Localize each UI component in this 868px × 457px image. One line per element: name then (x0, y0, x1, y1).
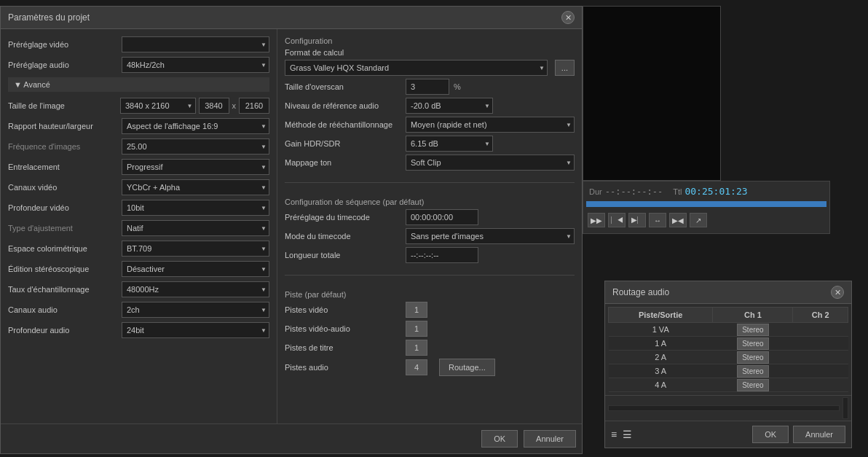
stereo-badge[interactable]: Stereo (737, 337, 768, 350)
format-dots-button[interactable]: ... (555, 60, 575, 76)
video-audio-tracks-input[interactable] (406, 321, 427, 337)
resampling-select-wrap[interactable]: Moyen (rapide et net) (406, 117, 575, 133)
timecode-preset-input[interactable] (406, 209, 478, 225)
video-channels-select[interactable]: YCbCr + Alpha (122, 179, 269, 195)
timecode-mode-select[interactable]: Sans perte d'images (406, 228, 575, 244)
audio-tracks-row: Pistes audio Routage... (285, 359, 575, 376)
video-tracks-input[interactable] (406, 302, 427, 318)
image-size-select[interactable]: 3840 x 2160 (120, 98, 196, 114)
audio-ref-select[interactable]: -20.0 dB (406, 98, 493, 114)
time-display: Dur --:--:--:-- Ttl 00:25:01:23 (586, 184, 826, 198)
insert-button[interactable]: ↔ (649, 213, 666, 227)
total-length-input[interactable] (406, 247, 478, 263)
audio-footer-left: ≡ ☰ (611, 429, 748, 440)
sample-rate-select[interactable]: 48000Hz (122, 281, 269, 297)
ch2-2a (793, 351, 848, 364)
mark-in-button[interactable]: ⎸◀ (608, 213, 626, 227)
video-preset-select-wrap[interactable] (122, 36, 269, 52)
audio-ok-button[interactable]: OK (752, 426, 789, 443)
audio-channels-select-wrap[interactable]: 2ch (122, 302, 269, 318)
audio-cancel-button[interactable]: Annuler (793, 426, 845, 443)
audio-scrollbar-v[interactable] (843, 397, 848, 419)
audio-depth-select[interactable]: 24bit (122, 322, 269, 338)
tone-select[interactable]: Soft Clip (406, 155, 575, 171)
audio-preset-select-wrap[interactable]: 48kHz/2ch (122, 57, 269, 73)
framerate-select-wrap[interactable]: 25.00 (122, 138, 269, 155)
transport-buttons: ▶▶ ⎸◀ ▶⎸ ↔ ▶◀ ↗ (586, 210, 826, 230)
hdr-row: Gain HDR/SDR 6.15 dB (285, 136, 575, 152)
routage-button[interactable]: Routage... (439, 359, 495, 376)
title-tracks-label: Pistes de titre (285, 343, 401, 352)
audio-routing-close-button[interactable]: ✕ (831, 286, 844, 299)
track-1a: 1 A (609, 337, 713, 351)
ok-button[interactable]: OK (481, 430, 518, 448)
adjustment-type-row: Type d'ajustement Natif (8, 220, 269, 236)
title-tracks-input[interactable] (406, 340, 427, 356)
audio-depth-select-wrap[interactable]: 24bit (122, 322, 269, 338)
left-panel: Préréglage vidéo Préréglage audio 48kHz/… (1, 29, 277, 423)
aspect-ratio-select-wrap[interactable]: Aspect de l'affichage 16:9 (122, 118, 269, 134)
hdr-select[interactable]: 6.15 dB (406, 136, 493, 152)
image-size-select-wrap[interactable]: 3840 x 2160 (120, 98, 196, 114)
timecode-mode-select-wrap[interactable]: Sans perte d'images (406, 228, 575, 244)
play-button[interactable]: ▶▶ (588, 213, 605, 227)
color-space-row: Espace colorimétrique BT.709 (8, 241, 269, 257)
audio-channels-select[interactable]: 2ch (122, 302, 269, 318)
track-2a: 2 A (609, 351, 713, 364)
track-1va: 1 VA (609, 323, 713, 337)
aspect-ratio-select[interactable]: Aspect de l'affichage 16:9 (122, 118, 269, 134)
adjustment-type-select[interactable]: Natif (122, 220, 269, 236)
resampling-select[interactable]: Moyen (rapide et net) (406, 117, 575, 133)
adjustment-type-select-wrap[interactable]: Natif (122, 220, 269, 236)
color-space-select-wrap[interactable]: BT.709 (122, 241, 269, 257)
image-height-input[interactable] (239, 98, 269, 114)
video-channels-select-wrap[interactable]: YCbCr + Alpha (122, 179, 269, 195)
format-select-wrap[interactable]: Grass Valley HQX Standard (285, 60, 548, 76)
table-row: 2 A Stereo (609, 351, 848, 364)
audio-tool-1[interactable]: ≡ (611, 429, 617, 440)
video-depth-select[interactable]: 10bit (122, 200, 269, 216)
stereo-edit-select[interactable]: Désactiver (122, 261, 269, 277)
stereo-badge[interactable]: Stereo (737, 379, 768, 391)
video-preset-select[interactable] (122, 36, 269, 52)
stereo-badge[interactable]: Stereo (737, 351, 768, 364)
audio-preset-select[interactable]: 48kHz/2ch (122, 57, 269, 73)
hdr-select-wrap[interactable]: 6.15 dB (406, 136, 493, 152)
ch1-3a: Stereo (713, 364, 793, 378)
playback-bar[interactable] (586, 201, 826, 207)
audio-table-header: Piste/Sortie Ch 1 Ch 2 (609, 308, 848, 323)
audio-tool-2[interactable]: ☰ (623, 429, 632, 440)
advanced-section-header[interactable]: ▼ Avancé (8, 77, 269, 92)
dialog-footer: OK Annuler (1, 423, 582, 453)
interlace-select-wrap[interactable]: Progressif (122, 159, 269, 175)
audio-tracks-input[interactable] (406, 359, 427, 375)
color-space-select[interactable]: BT.709 (122, 241, 269, 257)
audio-scrollbar-h[interactable] (608, 405, 840, 411)
overwrite-button[interactable]: ▶◀ (669, 213, 687, 227)
col-track: Piste/Sortie (609, 308, 713, 323)
audio-ref-select-wrap[interactable]: -20.0 dB (406, 98, 493, 114)
overscan-input[interactable] (406, 79, 449, 95)
audio-routing-body: Piste/Sortie Ch 1 Ch 2 1 VA Stereo 1 A S… (605, 304, 851, 395)
tone-label: Mappage ton (285, 158, 401, 167)
dialog-body: Préréglage vidéo Préréglage audio 48kHz/… (1, 29, 582, 423)
format-select[interactable]: Grass Valley HQX Standard (285, 60, 548, 76)
video-depth-select-wrap[interactable]: 10bit (122, 200, 269, 216)
audio-channels-row: Canaux audio 2ch (8, 302, 269, 318)
interlace-select[interactable]: Progressif (122, 159, 269, 175)
stereo-badge[interactable]: Stereo (737, 365, 768, 378)
cancel-button[interactable]: Annuler (524, 430, 576, 448)
resampling-label: Méthode de rééchantillonnage (285, 120, 401, 129)
framerate-select[interactable]: 25.00 (122, 138, 269, 155)
stereo-badge[interactable]: Stereo (737, 324, 768, 336)
image-width-input[interactable] (199, 98, 229, 114)
tone-select-wrap[interactable]: Soft Clip (406, 155, 575, 171)
sample-rate-select-wrap[interactable]: 48000Hz (122, 281, 269, 297)
close-button[interactable]: ✕ (561, 11, 575, 24)
stereo-edit-label: Édition stéréoscopique (8, 265, 117, 273)
ch1-1a: Stereo (713, 337, 793, 351)
stereo-edit-select-wrap[interactable]: Désactiver (122, 261, 269, 277)
image-size-row: Taille de l'image 3840 x 2160 x (8, 98, 269, 114)
export-button[interactable]: ↗ (690, 213, 707, 227)
mark-out-button[interactable]: ▶⎸ (628, 213, 646, 227)
